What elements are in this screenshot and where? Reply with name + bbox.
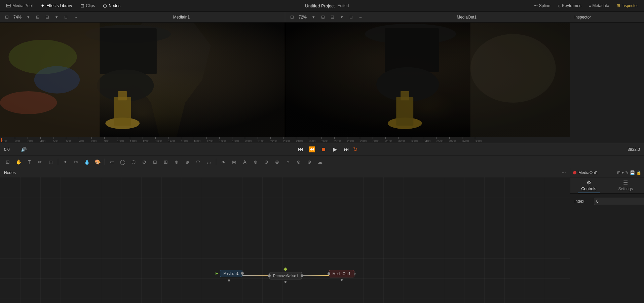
node-remove-noise1-box[interactable]: RemoveNoise1 <box>269 272 302 279</box>
viewer-right-grid-btn[interactable]: ⊟ <box>328 13 336 21</box>
tool-draw[interactable]: ✏ <box>35 157 45 167</box>
nav-btn-clips[interactable]: ⊡ Clips <box>77 2 99 10</box>
nav-btn-media-pool[interactable]: 🎞 Media Pool <box>3 2 36 10</box>
ruler-marks: 1002003004005006007008009001000110012001… <box>2 137 643 143</box>
inspector-content: Index <box>570 194 644 303</box>
tool-glow[interactable]: ☁ <box>315 157 325 167</box>
nodes-canvas[interactable]: ▶ MediaIn1 <box>0 177 570 303</box>
connection-1 <box>242 272 269 279</box>
tool-bitmap-mask[interactable]: ⊟ <box>150 157 160 167</box>
inspector-panel-title: Inspector <box>570 15 644 20</box>
nav-btn-keyframes[interactable]: ◇ Keyframes <box>554 2 584 9</box>
tool-smart-cut[interactable]: ✦ <box>60 157 70 167</box>
node-port-in-3[interactable] <box>328 272 330 275</box>
tool-text[interactable]: T <box>24 157 34 167</box>
node-media-in1[interactable]: ▶ MediaIn1 <box>216 270 242 281</box>
ruler-mark: 2100 <box>258 137 270 143</box>
tool-arc-mask[interactable]: ◠ <box>193 157 203 167</box>
node-port-out[interactable] <box>241 272 244 275</box>
volume-icon[interactable]: 🔊 <box>21 147 27 152</box>
tool-haze[interactable]: ⊜ <box>304 157 314 167</box>
nav-btn-metadata[interactable]: ≡ Metadata <box>585 2 613 9</box>
viewer-more-btn[interactable]: ··· <box>71 13 79 21</box>
tool-bspline-mask[interactable]: ⊞ <box>161 157 171 167</box>
tool-rect-mask[interactable]: ▭ <box>107 157 117 167</box>
node-media-out1-box[interactable]: MediaOut1 <box>329 270 354 277</box>
tool-color-grab[interactable]: 🎨 <box>92 157 103 167</box>
viewer-grid-btn[interactable]: ⊟ <box>43 13 51 21</box>
nav-right-buttons: 〜 Spline ◇ Keyframes ≡ Metadata ⊞ Inspec… <box>530 2 641 10</box>
tool-node-merge[interactable]: ⋈ <box>229 157 239 167</box>
viewer-fit-btn[interactable]: ⊞ <box>34 13 42 21</box>
inspector-tab-settings[interactable]: ☰ Settings <box>607 177 644 193</box>
svg-rect-19 <box>401 91 409 100</box>
node-port-in[interactable] <box>268 274 271 277</box>
tool-stab[interactable]: ⊙ <box>261 157 271 167</box>
viewer-right-fit-btn[interactable]: ⊞ <box>319 13 327 21</box>
ruler-mark: 2500 <box>309 137 321 143</box>
play-button[interactable]: ▶ <box>330 145 340 154</box>
jump-end-button[interactable]: ⏭ <box>342 145 351 154</box>
nav-btn-nodes[interactable]: ⬡ Nodes <box>100 2 124 10</box>
stop-button[interactable]: ⏹ <box>319 145 328 154</box>
node-port-out-2[interactable] <box>301 274 303 277</box>
inspector-icon-edit[interactable]: ✎ <box>625 170 629 175</box>
nav-label-spline: Spline <box>539 3 550 8</box>
viewer-right-zoom-dropdown[interactable]: ▾ <box>309 13 317 21</box>
inspector-icon-lock[interactable]: 🔒 <box>636 170 641 175</box>
tool-select[interactable]: ⊡ <box>3 157 13 167</box>
node-media-out1[interactable]: MediaOut1 <box>329 270 354 281</box>
viewer-right-icon1[interactable]: ⊡ <box>288 13 296 21</box>
tool-blade[interactable]: ✂ <box>71 157 81 167</box>
main-area: Nodes ··· ▶ MediaIn1 <box>0 168 644 303</box>
tool-sep-1 <box>58 159 58 165</box>
inspector-tab-controls[interactable]: ⚙ Controls <box>570 177 607 193</box>
ruler-mark: 1100 <box>130 137 143 143</box>
ruler-mark: 3100 <box>385 137 398 143</box>
tool-bezier-mask[interactable]: ⊕ <box>172 157 182 167</box>
tool-feather[interactable]: ❧ <box>218 157 228 167</box>
inspector-field-index-input[interactable] <box>594 198 644 205</box>
tool-hand[interactable]: ✋ <box>13 157 24 167</box>
tool-lens[interactable]: ○ <box>283 157 293 167</box>
viewer-tool-icon1[interactable]: ⊡ <box>3 13 11 21</box>
tool-oval-mask[interactable]: ◯ <box>118 157 128 167</box>
tool-arc2-mask[interactable]: ◡ <box>204 157 214 167</box>
jump-start-button[interactable]: ⏮ <box>296 145 305 154</box>
viewer-right-aspect-btn[interactable]: □ <box>347 13 355 21</box>
nav-label-nodes: Nodes <box>109 3 120 8</box>
step-back-button[interactable]: ⏪ <box>307 145 317 154</box>
node-remove-noise1[interactable]: RemoveNoise1 <box>269 268 302 283</box>
clips-icon: ⊡ <box>80 3 84 8</box>
nav-btn-inspector[interactable]: ⊞ Inspector <box>613 2 641 9</box>
viewer-right-more-btn[interactable]: ··· <box>356 13 365 21</box>
viewer-right-zoom[interactable]: 72% <box>297 15 308 20</box>
nav-btn-effects-library[interactable]: ✦ Effects Library <box>37 2 75 10</box>
nav-label-effects-library: Effects Library <box>46 3 72 8</box>
viewer-zoom-dropdown[interactable]: ▾ <box>24 13 32 21</box>
inspector-icon-save[interactable]: 💾 <box>630 170 635 175</box>
loop-button[interactable]: ↻ <box>353 146 357 153</box>
tool-camera[interactable]: ⊚ <box>272 157 282 167</box>
nodes-more-button[interactable]: ··· <box>562 170 566 176</box>
viewer-aspect-btn[interactable]: □ <box>62 13 70 21</box>
tool-polygon-mask[interactable]: ⬡ <box>128 157 139 167</box>
ruler-mark: 1300 <box>155 137 168 143</box>
tool-track[interactable]: ⊛ <box>251 157 261 167</box>
viewer-right-svg <box>285 23 570 137</box>
tool-line-mask[interactable]: ⊘ <box>139 157 149 167</box>
viewer-left-toolbar: ⊡ 74% ▾ ⊞ ⊟ ▾ □ ··· MediaIn1 <box>0 12 285 22</box>
node-port-out-3[interactable] <box>354 273 356 275</box>
controls-tab-icon: ⚙ <box>570 179 607 186</box>
tool-warp-mask[interactable]: ⌀ <box>182 157 192 167</box>
tool-grain[interactable]: ⊗ <box>294 157 304 167</box>
node-media-in1-box[interactable]: MediaIn1 <box>220 270 242 277</box>
viewer-right-grid-dropdown[interactable]: ▾ <box>338 13 346 21</box>
viewer-left-zoom[interactable]: 74% <box>12 15 23 20</box>
nav-btn-spline[interactable]: 〜 Spline <box>530 2 554 10</box>
tool-eraser[interactable]: ◻ <box>46 157 56 167</box>
ruler-mark: 900 <box>104 137 117 143</box>
tool-eyedrop[interactable]: 💧 <box>82 157 92 167</box>
tool-type-fx[interactable]: A <box>240 157 250 167</box>
viewer-grid-dropdown[interactable]: ▾ <box>52 13 61 21</box>
